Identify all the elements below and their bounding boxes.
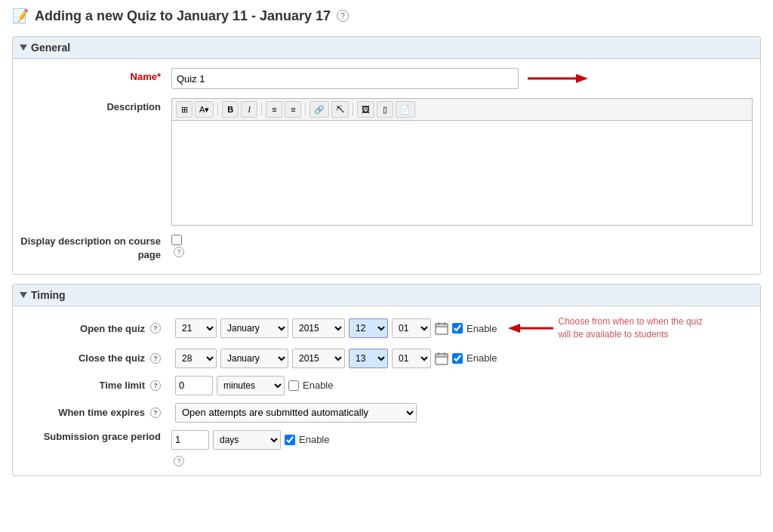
toolbar-bullet-btn[interactable]: ≡ bbox=[266, 101, 282, 118]
description-label: Description bbox=[20, 98, 171, 112]
description-editor: ⊞ A▾ B I ≡ ≡ 🔗 ⛏ 🖼 ▯ 📄 bbox=[171, 98, 753, 226]
time-limit-unit-select[interactable]: minutes seconds hours bbox=[217, 376, 285, 395]
time-limit-input[interactable] bbox=[175, 376, 213, 395]
quiz-icon: 📝 bbox=[12, 8, 29, 24]
open-quiz-controls: 21 January 2015 12 01 bbox=[175, 315, 753, 341]
toolbar-unlink-btn[interactable]: ⛏ bbox=[331, 101, 349, 118]
toolbar-sep-3 bbox=[305, 103, 306, 116]
red-arrow-svg bbox=[528, 71, 588, 86]
grace-enable-checkbox[interactable] bbox=[285, 435, 295, 445]
time-limit-controls: minutes seconds hours Enable bbox=[175, 376, 753, 395]
toolbar-font-btn[interactable]: A▾ bbox=[195, 101, 214, 118]
svg-marker-1 bbox=[576, 74, 588, 83]
close-quiz-controls: 28 January 2015 13 01 bbox=[175, 349, 753, 368]
name-label: Name* bbox=[20, 68, 171, 82]
toolbar-sep-4 bbox=[353, 103, 353, 116]
when-expires-controls: Open attempts are submitted automaticall… bbox=[175, 403, 753, 423]
toolbar-table-btn[interactable]: ⊞ bbox=[176, 101, 192, 118]
display-desc-label: Display description on course page bbox=[20, 235, 171, 262]
open-enable-checkbox[interactable] bbox=[452, 323, 463, 334]
open-quiz-label: Open the quiz ? bbox=[20, 323, 171, 334]
general-collapse-icon bbox=[20, 45, 27, 51]
toolbar-ordered-btn[interactable]: ≡ bbox=[285, 101, 301, 118]
timing-section-label: Timing bbox=[31, 289, 66, 301]
open-arrow-annotation: Choose from when to when the quiz will b… bbox=[508, 315, 709, 341]
editor-toolbar: ⊞ A▾ B I ≡ ≡ 🔗 ⛏ 🖼 ▯ 📄 bbox=[171, 98, 753, 120]
close-quiz-help-icon[interactable]: ? bbox=[150, 353, 161, 364]
close-year-select[interactable]: 2015 bbox=[292, 349, 345, 368]
toolbar-file-btn[interactable]: 📄 bbox=[396, 101, 415, 118]
close-quiz-row: Close the quiz ? 28 January 2015 13 01 bbox=[20, 349, 753, 368]
svg-rect-3 bbox=[436, 324, 448, 327]
page-title: 📝 Adding a new Quiz to January 11 - Janu… bbox=[12, 8, 761, 24]
grace-unit-select[interactable]: days seconds minutes hours weeks bbox=[213, 430, 281, 450]
close-day-select[interactable]: 28 bbox=[175, 349, 217, 368]
open-calendar-icon[interactable] bbox=[435, 321, 448, 335]
grace-controls: days seconds minutes hours weeks Enable bbox=[171, 430, 329, 450]
open-min-select[interactable]: 01 bbox=[392, 318, 431, 338]
description-row: Description ⊞ A▾ B I ≡ ≡ 🔗 ⛏ bbox=[20, 98, 753, 226]
title-text: Adding a new Quiz to January 11 - Januar… bbox=[35, 8, 331, 24]
name-content bbox=[171, 68, 753, 89]
open-day-select[interactable]: 21 bbox=[175, 318, 217, 338]
timing-section: Timing Open the quiz ? 21 January 2015 1… bbox=[12, 284, 761, 476]
timing-section-header[interactable]: Timing bbox=[13, 284, 760, 306]
svg-rect-9 bbox=[436, 354, 448, 357]
red-arrow-left-svg bbox=[508, 321, 553, 336]
name-row: Name* bbox=[20, 68, 753, 89]
svg-marker-6 bbox=[508, 324, 520, 333]
toolbar-sep-1 bbox=[217, 103, 218, 116]
close-min-select[interactable]: 01 bbox=[392, 349, 431, 368]
close-enable-label: Enable bbox=[467, 352, 497, 364]
time-limit-row: Time limit ? minutes seconds hours Enabl… bbox=[20, 376, 753, 395]
open-enable-label: Enable bbox=[467, 323, 497, 334]
when-expires-help-icon[interactable]: ? bbox=[150, 407, 161, 418]
display-desc-help-icon[interactable]: ? bbox=[174, 247, 184, 257]
open-year-select[interactable]: 2015 bbox=[292, 318, 345, 338]
close-enable-checkbox[interactable] bbox=[452, 353, 463, 364]
grace-enable-label: Enable bbox=[299, 434, 329, 445]
display-desc-content: ? bbox=[171, 235, 184, 257]
close-hour-select[interactable]: 13 bbox=[349, 349, 388, 368]
toolbar-sep-2 bbox=[261, 103, 262, 116]
time-limit-help-icon[interactable]: ? bbox=[150, 380, 161, 391]
toolbar-media-btn[interactable]: ▯ bbox=[377, 101, 393, 118]
when-expires-row: When time expires ? Open attempts are su… bbox=[20, 403, 753, 423]
close-calendar-icon[interactable] bbox=[435, 352, 448, 365]
open-month-select[interactable]: January bbox=[220, 318, 288, 338]
grace-content: days seconds minutes hours weeks Enable … bbox=[171, 430, 329, 466]
open-quiz-help-icon[interactable]: ? bbox=[150, 323, 161, 334]
timing-section-body: Open the quiz ? 21 January 2015 12 01 bbox=[13, 306, 760, 475]
time-limit-enable-label: Enable bbox=[303, 380, 333, 391]
name-input[interactable] bbox=[171, 68, 519, 89]
close-quiz-label: Close the quiz ? bbox=[20, 352, 171, 364]
grace-period-row: Submission grace period days seconds min… bbox=[20, 430, 753, 466]
description-area[interactable] bbox=[171, 120, 753, 226]
grace-help-icon[interactable]: ? bbox=[174, 456, 184, 466]
display-desc-checkbox[interactable] bbox=[171, 235, 182, 245]
title-help-icon[interactable]: ? bbox=[337, 10, 349, 22]
timing-collapse-icon bbox=[20, 292, 27, 298]
annotation-text: Choose from when to when the quiz will b… bbox=[558, 315, 709, 341]
general-section: General Name* Description bbox=[12, 36, 761, 275]
close-month-select[interactable]: January bbox=[220, 349, 288, 368]
general-section-label: General bbox=[31, 42, 70, 54]
grace-period-label: Submission grace period bbox=[20, 430, 171, 444]
name-arrow bbox=[528, 71, 588, 88]
grace-value-input[interactable] bbox=[171, 430, 209, 450]
when-expires-select[interactable]: Open attempts are submitted automaticall… bbox=[175, 403, 417, 423]
toolbar-image-btn[interactable]: 🖼 bbox=[357, 101, 374, 118]
open-hour-select[interactable]: 12 bbox=[349, 318, 388, 338]
time-limit-checkbox[interactable] bbox=[288, 380, 299, 391]
open-quiz-row: Open the quiz ? 21 January 2015 12 01 bbox=[20, 315, 753, 341]
description-content: ⊞ A▾ B I ≡ ≡ 🔗 ⛏ 🖼 ▯ 📄 bbox=[171, 98, 753, 226]
general-section-header[interactable]: General bbox=[13, 37, 760, 59]
when-expires-label: When time expires ? bbox=[20, 407, 171, 418]
toolbar-bold-btn[interactable]: B bbox=[222, 101, 239, 118]
toolbar-italic-btn[interactable]: I bbox=[241, 101, 257, 118]
display-desc-row: Display description on course page ? bbox=[20, 235, 753, 262]
time-limit-label: Time limit ? bbox=[20, 380, 171, 391]
general-section-body: Name* Description ⊞ A▾ bbox=[13, 59, 760, 274]
toolbar-link-btn[interactable]: 🔗 bbox=[310, 101, 329, 118]
